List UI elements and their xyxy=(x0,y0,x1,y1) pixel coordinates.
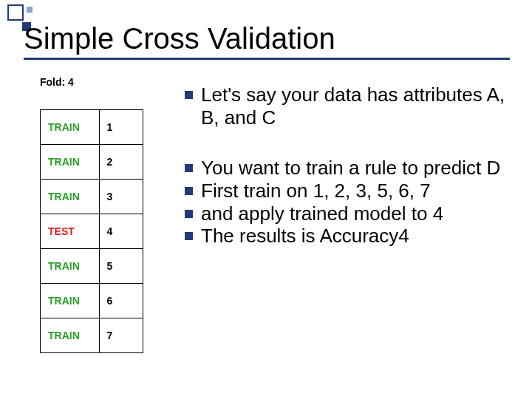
row-label: TRAIN xyxy=(41,110,100,145)
bullet-item: and apply trained model to 4 xyxy=(185,202,513,225)
row-label: TRAIN xyxy=(41,284,100,318)
row-label: TRAIN xyxy=(41,145,100,180)
slide-title: Simple Cross Validation xyxy=(24,22,335,55)
row-label: TRAIN xyxy=(41,180,100,214)
table-row: TRAIN2 xyxy=(41,145,143,180)
row-number: 2 xyxy=(99,145,143,180)
row-number: 5 xyxy=(99,249,143,284)
table-row: TRAIN3 xyxy=(41,180,143,214)
bullet-icon xyxy=(185,232,193,240)
bullet-text: Let's say your data has attributes A, B,… xyxy=(201,83,513,129)
row-label: TEST xyxy=(41,214,100,249)
table-row: TRAIN7 xyxy=(41,318,143,353)
bullet-item: The results is Accuracy4 xyxy=(185,225,513,248)
bullet-list: Let's say your data has attributes A, B,… xyxy=(185,83,513,248)
row-label: TRAIN xyxy=(41,249,100,284)
fold-label: Fold: 4 xyxy=(40,76,74,88)
row-number: 6 xyxy=(99,284,143,318)
bullet-icon xyxy=(185,210,193,218)
bullet-text: and apply trained model to 4 xyxy=(201,202,513,225)
bullet-text: First train on 1, 2, 3, 5, 6, 7 xyxy=(201,180,513,202)
row-number: 7 xyxy=(99,318,143,353)
table-row: TEST4 xyxy=(41,214,143,249)
bullet-text: You want to train a rule to predict D xyxy=(201,157,513,180)
bullet-item: You want to train a rule to predict D xyxy=(185,157,513,180)
row-number: 4 xyxy=(99,214,143,249)
table-row: TRAIN5 xyxy=(41,249,143,284)
bullet-item: First train on 1, 2, 3, 5, 6, 7 xyxy=(185,180,513,202)
row-label: TRAIN xyxy=(41,318,100,353)
bullet-icon xyxy=(185,91,193,99)
table-row: TRAIN6 xyxy=(41,284,143,318)
bullet-icon xyxy=(185,164,193,172)
bullet-text: The results is Accuracy4 xyxy=(201,225,513,248)
fold-table: TRAIN1TRAIN2TRAIN3TEST4TRAIN5TRAIN6TRAIN… xyxy=(40,109,143,353)
bullet-item: Let's say your data has attributes A, B,… xyxy=(185,83,513,129)
title-underline xyxy=(24,58,510,60)
table-row: TRAIN1 xyxy=(41,110,143,145)
row-number: 1 xyxy=(99,110,143,145)
bullet-icon xyxy=(185,187,193,195)
row-number: 3 xyxy=(99,180,143,214)
